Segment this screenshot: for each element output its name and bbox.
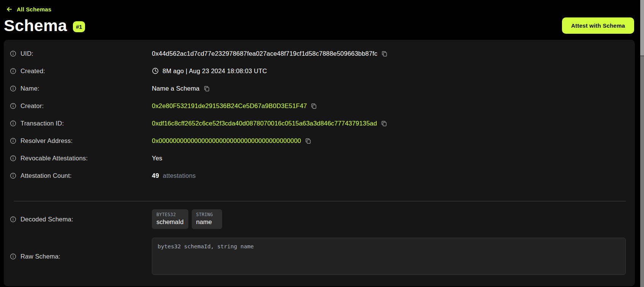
creator-label: Creator: [21,102,44,110]
uid-label: UID: [21,50,33,57]
attestation-count-value-group[interactable]: 49 attestations [152,172,196,179]
copy-icon[interactable] [204,85,210,92]
detail-row-revocable: Revocable Attestations: Yes [10,149,626,167]
detail-row-created: Created: 8M ago | Aug 23 2024 18:08:03 U… [10,62,626,80]
row-label: Attestation Count: [10,172,152,179]
row-label: Raw Schema: [10,253,152,260]
detail-row-transaction-id: Transaction ID: 0xdf16c8cff2652c6ce52f3c… [10,114,626,132]
info-icon[interactable] [10,103,16,109]
transaction-id-label: Transaction ID: [21,120,64,127]
page-title: Schema [4,16,67,35]
attestation-count-number: 49 [152,172,159,179]
row-label: Created: [10,67,152,75]
row-label: Revocable Attestations: [10,155,152,162]
detail-row-creator: Creator: 0x2e80F532191de291536B24Ce5D67a… [10,97,626,114]
info-icon[interactable] [10,173,16,179]
detail-row-decoded-schema: Decoded Schema: BYTES32 schemaId STRING … [10,201,626,237]
name-label: Name: [21,85,39,92]
info-icon[interactable] [10,85,16,92]
info-icon[interactable] [10,68,16,74]
info-icon[interactable] [10,155,16,162]
scrollbar-thumb[interactable] [640,0,644,56]
row-label: Decoded Schema: [10,216,152,223]
info-icon[interactable] [10,216,16,223]
attest-with-schema-button[interactable]: Attest with Schema [562,17,634,34]
creator-address-link[interactable]: 0x2e80F532191de291536B24Ce5D67a9B0D3E51F… [152,102,307,110]
schema-field-chip: STRING name [192,209,222,229]
row-label: Creator: [10,102,152,110]
info-icon[interactable] [10,138,16,144]
decoded-schema-label: Decoded Schema: [21,216,73,223]
revocable-label: Revocable Attestations: [21,155,88,162]
field-type: STRING [196,212,218,217]
row-label: Resolver Address: [10,137,152,144]
detail-row-uid: UID: 0x44d562ac1d7cd77e232978687fea027ac… [10,45,626,62]
field-type: BYTES32 [156,212,184,217]
created-value: 8M ago | Aug 23 2024 18:08:03 UTC [163,67,267,75]
raw-schema-textarea[interactable]: bytes32 schemaId, string name [152,238,626,275]
copy-icon[interactable] [305,138,311,144]
resolver-address-link[interactable]: 0x00000000000000000000000000000000000000… [152,137,301,144]
field-name: schemaId [156,218,184,226]
creator-value-group: 0x2e80F532191de291536B24Ce5D67a9B0D3E51F… [152,102,317,110]
transaction-id-value-group: 0xdf16c8cff2652c6ce52f3cda40d0878070016c… [152,120,387,127]
raw-schema-label: Raw Schema: [21,253,60,260]
attestation-count-label: Attestation Count: [21,172,72,179]
created-label: Created: [21,67,45,75]
scrollbar[interactable] [640,0,644,287]
detail-row-name: Name: Name a Schema [10,80,626,97]
revocable-value: Yes [152,155,163,162]
resolver-address-label: Resolver Address: [21,137,73,144]
row-label: Name: [10,85,152,92]
field-name: name [196,218,218,226]
info-icon[interactable] [10,120,16,127]
detail-row-raw-schema: Raw Schema: bytes32 schemaId, string nam… [10,238,626,275]
back-to-all-schemas-link[interactable]: All Schemas [6,6,51,13]
uid-value-group: 0x44d562ac1d7cd77e232978687fea027ace48f7… [152,50,388,57]
copy-icon[interactable] [381,120,387,127]
schema-field-chip: BYTES32 schemaId [152,209,188,229]
clock-icon [152,67,159,74]
revocable-value-group: Yes [152,155,163,162]
schema-details-card: UID: 0x44d562ac1d7cd77e232978687fea027ac… [4,40,635,286]
schema-number-badge: #1 [73,21,85,32]
created-value-group: 8M ago | Aug 23 2024 18:08:03 UTC [152,67,267,75]
row-label: Transaction ID: [10,120,152,127]
copy-icon[interactable] [311,103,317,109]
back-link-label: All Schemas [17,6,51,13]
row-label: UID: [10,50,152,57]
uid-value: 0x44d562ac1d7cd77e232978687fea027ace48f7… [152,50,377,57]
info-icon[interactable] [10,253,16,260]
attestations-link[interactable]: attestations [163,172,196,179]
resolver-address-value-group: 0x00000000000000000000000000000000000000… [152,137,311,144]
info-icon[interactable] [10,50,16,57]
detail-row-resolver-address: Resolver Address: 0x00000000000000000000… [10,132,626,149]
detail-row-attestation-count: Attestation Count: 49 attestations [10,167,626,184]
page-content: All Schemas Schema #1 Attest with Schema… [0,0,640,286]
decoded-schema-fields: BYTES32 schemaId STRING name [152,209,222,229]
back-arrow-icon [6,6,13,13]
transaction-id-link[interactable]: 0xdf16c8cff2652c6ce52f3cda40d0878070016c… [152,120,377,127]
name-value: Name a Schema [152,85,200,92]
copy-icon[interactable] [381,50,388,57]
name-value-group: Name a Schema [152,85,210,92]
